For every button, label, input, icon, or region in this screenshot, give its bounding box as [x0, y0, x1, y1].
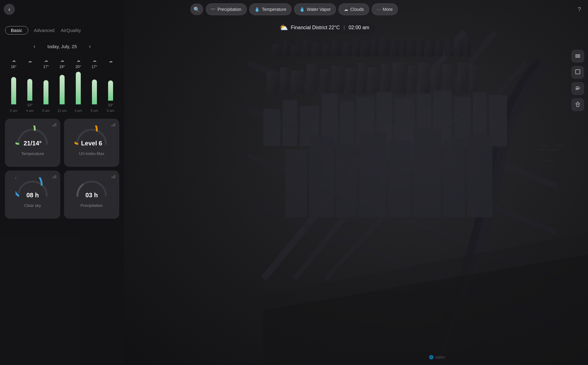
svg-rect-20	[401, 38, 407, 57]
svg-rect-60	[336, 143, 357, 217]
search-button[interactable]: 🔍	[190, 3, 203, 15]
hour-bar-wrap	[59, 70, 65, 104]
nav-pill-water-vapor[interactable]: 💧 Water Vapor	[294, 3, 336, 15]
nav-pill-clouds[interactable]: ☁ Clouds	[339, 3, 369, 15]
svg-rect-62	[389, 140, 411, 217]
widget-label-temperature: Temperature	[21, 151, 44, 156]
next-date-button[interactable]: ›	[85, 42, 94, 51]
svg-rect-86	[112, 177, 112, 178]
hour-bar-wrap	[107, 66, 114, 101]
hour-label: 0 am	[107, 109, 114, 112]
hour-cloud-icon: ☁	[76, 58, 80, 63]
hour-cloud-icon: ☁	[44, 58, 48, 63]
svg-rect-91	[575, 57, 580, 58]
hour-cloud-icon: ☁	[28, 59, 32, 63]
hour-label: 0 am	[10, 109, 17, 112]
svg-rect-29	[280, 67, 290, 94]
svg-rect-12	[324, 44, 330, 57]
help-button[interactable]: ?	[574, 4, 584, 14]
svg-rect-27	[464, 37, 471, 57]
svg-rect-8	[284, 41, 290, 57]
prev-date-button[interactable]: ‹	[30, 42, 39, 51]
hourly-chart: ☁16°0 am☁13°4 am☁17°8 am☁19°12 pm☁20°4 p…	[5, 58, 119, 112]
hour-cloud-icon: ☁	[12, 58, 16, 63]
svg-text:PIER 11 – STATEN: PIER 11 – STATEN	[542, 144, 563, 147]
left-panel: Basic Advanced AirQuality ‹ today, July,…	[0, 0, 124, 365]
svg-rect-9	[291, 46, 301, 57]
frame-icon	[575, 69, 581, 76]
svg-text:PIERS 11: PIERS 11	[543, 159, 554, 162]
svg-rect-18	[380, 36, 390, 57]
svg-rect-77	[52, 125, 53, 126]
svg-rect-33	[331, 66, 344, 94]
svg-rect-63	[413, 129, 441, 217]
hour-label: 12 pm	[57, 109, 67, 112]
svg-rect-41	[431, 67, 441, 94]
hour-bar-wrap	[27, 66, 33, 101]
3d-map[interactable]: WALL STREET BROAD STREET BEAVER STREET E…	[124, 0, 588, 365]
hour-cloud-icon: ☁	[109, 59, 113, 63]
nav-pill-temperature[interactable]: 💧 Temperature	[249, 3, 292, 15]
bottom-brand: 🌐 watec	[429, 355, 445, 359]
svg-rect-11	[313, 43, 321, 57]
hour-bar	[60, 75, 65, 104]
svg-rect-42	[443, 64, 455, 94]
widget-chart-icon	[52, 174, 57, 180]
home-icon	[575, 101, 581, 109]
hour-temp-top: 20°	[75, 65, 81, 69]
svg-rect-39	[408, 66, 417, 94]
tab-basic[interactable]: Basic	[5, 26, 28, 34]
svg-rect-88	[114, 175, 115, 178]
divider: |	[344, 25, 345, 30]
hour-col-4: ☁20°4 pm	[71, 58, 86, 112]
layers-button[interactable]	[571, 50, 584, 63]
svg-rect-49	[340, 101, 354, 146]
svg-rect-58	[285, 149, 307, 217]
right-sidebar	[571, 50, 584, 111]
svg-rect-25	[444, 39, 454, 57]
svg-rect-83	[52, 177, 53, 178]
hour-label: 4 am	[26, 109, 34, 112]
widget-chart-icon	[111, 174, 116, 180]
date-label: today, July, 25	[48, 44, 77, 49]
water-vapor-icon: 💧	[299, 7, 305, 12]
widget-temperature[interactable]: 21/14° Temperature	[5, 119, 60, 167]
gauge-value-temperature: 21/14°	[16, 140, 50, 147]
widget-label-uv_index: UV-Index Max	[79, 151, 104, 156]
svg-rect-84	[54, 176, 55, 178]
location-text: Financial District 22°C	[291, 25, 340, 30]
svg-rect-26	[456, 40, 463, 57]
top-bar: ‹ 🔍 〰 Precipitation 💧 Temperature 💧 Wate…	[0, 0, 588, 19]
hour-bar	[76, 72, 81, 104]
precipitation-icon: 〰	[211, 7, 215, 12]
hour-cloud-icon: ☁	[60, 58, 64, 63]
hour-temp-top: 16°	[11, 65, 16, 69]
svg-rect-44	[469, 65, 477, 94]
widget-clear_sky[interactable]: 08 h Clear sky	[5, 171, 60, 219]
svg-rect-35	[358, 63, 366, 94]
widget-uv_index[interactable]: Level 6 UV-Index Max	[64, 119, 119, 167]
svg-rect-79	[55, 123, 56, 126]
back-button[interactable]: ‹	[4, 4, 15, 15]
svg-rect-52	[394, 98, 414, 146]
svg-rect-32	[321, 69, 329, 94]
tab-airquality[interactable]: AirQuality	[60, 26, 81, 34]
svg-rect-92	[576, 70, 580, 74]
gauge-clear_sky: 08 h	[16, 177, 50, 198]
svg-rect-10	[303, 39, 311, 57]
svg-rect-89	[575, 54, 580, 55]
hour-bar-wrap	[43, 70, 49, 104]
wind-button[interactable]	[571, 82, 584, 95]
home-button[interactable]	[571, 98, 584, 111]
svg-rect-93	[577, 104, 579, 107]
widget-label-precipitation: Precipitation	[80, 203, 103, 208]
svg-rect-80	[112, 125, 112, 126]
hour-col-2: ☁17°8 am	[39, 58, 53, 112]
nav-pill-more[interactable]: ··· More	[371, 3, 398, 15]
nav-pill-precipitation[interactable]: 〰 Precipitation	[206, 3, 247, 15]
tab-advanced[interactable]: Advanced	[33, 26, 55, 34]
svg-rect-24	[436, 43, 443, 57]
widget-precipitation[interactable]: 03 h Precipitation	[64, 171, 119, 219]
gauge-value-uv_index: Level 6	[75, 140, 109, 147]
frame-button[interactable]	[571, 66, 584, 79]
